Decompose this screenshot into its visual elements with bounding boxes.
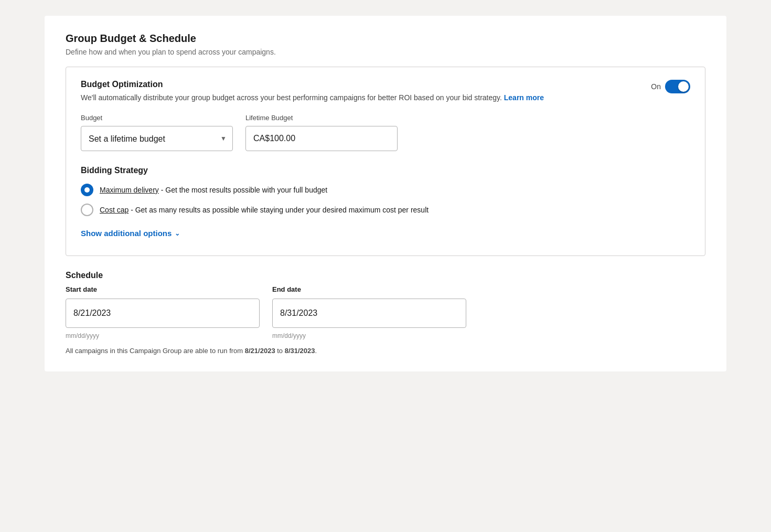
budget-optimization-header: Budget Optimization We'll automatically … xyxy=(81,80,690,103)
budget-select-wrapper: Set a lifetime budget Set a daily budget… xyxy=(81,126,233,151)
lifetime-budget-input[interactable] xyxy=(245,126,398,151)
end-date-input[interactable] xyxy=(272,299,466,328)
bidding-strategy-title: Bidding Strategy xyxy=(81,166,690,175)
maximum-delivery-radio[interactable] xyxy=(81,184,93,196)
start-date-hint: mm/dd/yyyy xyxy=(66,332,260,339)
schedule-section: Schedule Start date mm/dd/yyyy End date … xyxy=(66,271,705,355)
start-date-input[interactable] xyxy=(66,299,260,328)
schedule-title: Schedule xyxy=(66,271,705,280)
budget-type-field: Budget Set a lifetime budget Set a daily… xyxy=(81,114,233,151)
budget-label: Budget xyxy=(81,114,233,122)
budget-optimization-title: Budget Optimization xyxy=(81,80,544,89)
campaigns-note-end: 8/31/2023 xyxy=(285,347,315,355)
show-additional-options-label: Show additional options xyxy=(81,229,172,238)
page-subtitle: Define how and when you plan to spend ac… xyxy=(66,48,705,56)
learn-more-link[interactable]: Learn more xyxy=(504,93,544,102)
maximum-delivery-text: Maximum delivery - Get the most results … xyxy=(100,186,327,194)
end-date-label: End date xyxy=(272,285,466,293)
start-date-group: Start date mm/dd/yyyy xyxy=(66,285,260,339)
budget-select[interactable]: Set a lifetime budget Set a daily budget xyxy=(81,126,233,151)
cost-cap-text: Cost cap - Get as many results as possib… xyxy=(100,206,429,214)
toggle-slider xyxy=(665,80,690,93)
budget-fields: Budget Set a lifetime budget Set a daily… xyxy=(81,114,690,151)
bidding-strategy-section: Bidding Strategy Maximum delivery - Get … xyxy=(81,166,690,243)
cost-cap-option[interactable]: Cost cap - Get as many results as possib… xyxy=(81,204,690,216)
start-date-label: Start date xyxy=(66,285,260,293)
chevron-down-icon: ⌄ xyxy=(175,230,180,237)
cost-cap-radio[interactable] xyxy=(81,204,93,216)
end-date-hint: mm/dd/yyyy xyxy=(272,332,466,339)
date-fields: Start date mm/dd/yyyy End date mm/dd/yyy… xyxy=(66,285,705,339)
page-title: Group Budget & Schedule xyxy=(66,33,705,45)
budget-optimization-info: Budget Optimization We'll automatically … xyxy=(81,80,544,103)
lifetime-budget-label: Lifetime Budget xyxy=(245,114,398,122)
campaigns-note: All campaigns in this Campaign Group are… xyxy=(66,347,705,355)
budget-optimization-card: Budget Optimization We'll automatically … xyxy=(66,67,705,256)
toggle-container: On xyxy=(651,80,690,93)
campaigns-note-start: 8/21/2023 xyxy=(245,347,275,355)
show-additional-options-button[interactable]: Show additional options ⌄ xyxy=(81,224,180,243)
page-container: Group Budget & Schedule Define how and w… xyxy=(45,16,726,371)
maximum-delivery-option[interactable]: Maximum delivery - Get the most results … xyxy=(81,184,690,196)
toggle-label: On xyxy=(651,82,661,91)
budget-optimization-toggle[interactable] xyxy=(665,80,690,93)
lifetime-budget-field: Lifetime Budget xyxy=(245,114,398,151)
budget-optimization-desc: We'll automatically distribute your grou… xyxy=(81,92,544,103)
end-date-group: End date mm/dd/yyyy xyxy=(272,285,466,339)
